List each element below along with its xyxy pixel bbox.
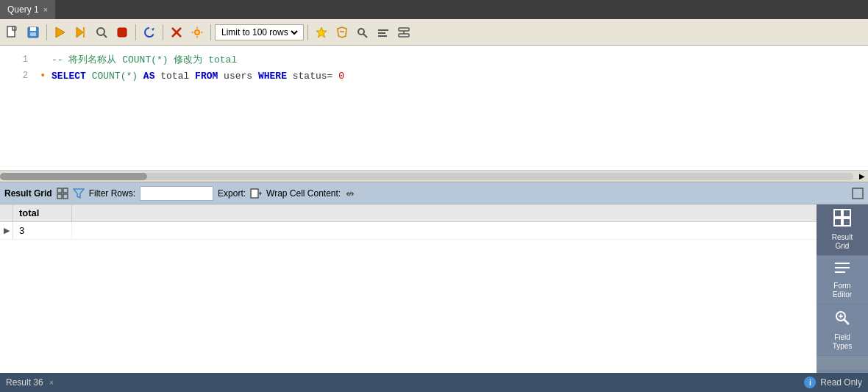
sidebar-field-types-button[interactable]: FieldTypes [817, 304, 868, 356]
toolbar-sep-1 [46, 24, 47, 40]
wrap-cell-label: Wrap Cell Content: [266, 188, 341, 199]
result-toolbar: Result Grid Filter Rows: Export: Wrap Ce… [0, 182, 868, 204]
svg-point-7 [97, 28, 104, 35]
svg-marker-10 [152, 28, 154, 31]
svg-line-8 [104, 35, 107, 38]
svg-rect-35 [843, 210, 850, 217]
export-button[interactable] [250, 188, 262, 199]
svg-rect-37 [843, 218, 850, 226]
new-file-button[interactable] [3, 23, 22, 42]
sidebar-result-grid-button[interactable]: ResultGrid [817, 204, 868, 256]
toolbar-sep-2 [135, 24, 136, 40]
svg-point-13 [195, 30, 199, 35]
result-grid[interactable]: total ▶ 3 [0, 204, 817, 392]
tab-close-icon[interactable]: × [43, 5, 48, 14]
toolbar-sep-4 [210, 24, 211, 40]
query-tab[interactable]: Query 1 × [0, 0, 56, 19]
line-number-1: 1 [6, 54, 28, 65]
refresh-button[interactable] [140, 23, 159, 42]
svg-marker-28 [74, 189, 84, 198]
settings-button[interactable] [188, 23, 207, 42]
sql-editor[interactable]: 1 -- 将列名称从 COUNT(*) 修改为 total 2 • SELECT… [0, 46, 868, 171]
svg-line-42 [844, 320, 850, 325]
sidebar-field-types-label: FieldTypes [833, 333, 853, 351]
schema-button[interactable] [394, 23, 413, 42]
limit-rows-selector[interactable]: Limit to 100 rows [215, 24, 304, 40]
sidebar-result-grid-label: ResultGrid [832, 233, 853, 251]
status-right: i Read Only [804, 377, 862, 388]
filter-rows-input[interactable] [140, 186, 213, 201]
filter-rows-icon [73, 188, 85, 199]
execute-button[interactable] [51, 23, 70, 42]
toolbar-sep-3 [163, 24, 163, 40]
svg-marker-4 [56, 27, 65, 38]
hscroll-track [0, 173, 853, 180]
toolbar-sep-5 [307, 24, 308, 40]
svg-rect-20 [378, 35, 387, 37]
svg-rect-21 [399, 28, 409, 31]
grid-cell-total-value[interactable]: 3 [13, 222, 72, 239]
limit-rows-dropdown[interactable]: Limit to 100 rows [218, 26, 300, 38]
execute-current-button[interactable] [71, 23, 90, 42]
svg-rect-0 [7, 26, 15, 37]
svg-rect-27 [63, 194, 68, 199]
status-info-icon: i [804, 377, 816, 388]
hscroll-right-arrow[interactable]: ▶ [856, 171, 868, 182]
editor-line-1: 1 -- 将列名称从 COUNT(*) 修改为 total [0, 51, 868, 68]
svg-marker-31 [260, 191, 262, 196]
svg-rect-24 [57, 188, 62, 193]
row-indicator: ▶ [0, 222, 13, 239]
sidebar-form-editor-label: FormEditor [833, 282, 852, 299]
exec-explain-button[interactable] [374, 23, 393, 42]
grid-header-row: total [0, 204, 817, 222]
svg-rect-18 [378, 29, 388, 31]
svg-line-17 [363, 34, 367, 38]
search-button[interactable] [92, 23, 111, 42]
result-grid-label: Result Grid [4, 188, 52, 199]
field-types-icon [833, 309, 851, 330]
stop-button[interactable] [113, 23, 132, 42]
form-editor-icon [833, 260, 851, 279]
hscroll-thumb[interactable] [0, 173, 147, 180]
line-bullet-1 [40, 54, 49, 65]
svg-rect-36 [834, 218, 842, 226]
status-close-button[interactable]: × [49, 378, 54, 387]
maximize-button[interactable] [852, 188, 864, 199]
line-code-1: -- 将列名称从 COUNT(*) 修改为 total [51, 53, 237, 66]
status-result-label: Result 36 [6, 377, 43, 388]
svg-rect-29 [251, 189, 258, 198]
svg-marker-14 [316, 27, 327, 38]
editor-hscrollbar[interactable]: ▶ [0, 171, 868, 182]
svg-rect-3 [30, 32, 36, 36]
save-button[interactable] [24, 23, 43, 42]
filter-rows-label: Filter Rows: [89, 188, 135, 199]
main-toolbar: Limit to 100 rows [0, 19, 868, 46]
format-button[interactable] [332, 23, 352, 42]
line-code-2: SELECT COUNT(*) AS total FROM users WHER… [51, 71, 344, 82]
status-bar: Result 36 × i Read Only [0, 373, 868, 392]
status-read-only-label: Read Only [820, 377, 862, 388]
cancel-button[interactable] [167, 23, 186, 42]
svg-rect-25 [63, 188, 68, 193]
result-grid-icon [833, 209, 851, 230]
wrap-cell-icon[interactable]: ↮ [345, 188, 357, 199]
bookmark-button[interactable] [312, 23, 331, 42]
editor-line-2: 2 • SELECT COUNT(*) AS total FROM users … [0, 68, 868, 84]
svg-text:↮: ↮ [346, 188, 355, 199]
line-bullet-2: • [40, 70, 49, 82]
editor-content: 1 -- 将列名称从 COUNT(*) 修改为 total 2 • SELECT… [0, 46, 868, 90]
svg-rect-33 [853, 188, 863, 199]
result-main: total ▶ 3 ResultGrid [0, 204, 868, 392]
table-row[interactable]: ▶ 3 [0, 222, 817, 240]
grid-row-num-header [0, 204, 13, 221]
tab-label: Query 1 [7, 4, 39, 15]
svg-rect-22 [399, 34, 409, 37]
svg-rect-19 [378, 32, 385, 34]
grid-column-total: total [13, 204, 72, 221]
line-number-2: 2 [6, 71, 28, 81]
sidebar-form-editor-button[interactable]: FormEditor [817, 256, 868, 304]
find-replace-button[interactable] [353, 23, 372, 42]
right-sidebar: ResultGrid FormEditor FieldTypes ▼ [817, 204, 868, 392]
result-grid-view-button[interactable] [57, 188, 68, 199]
svg-rect-9 [118, 28, 127, 37]
